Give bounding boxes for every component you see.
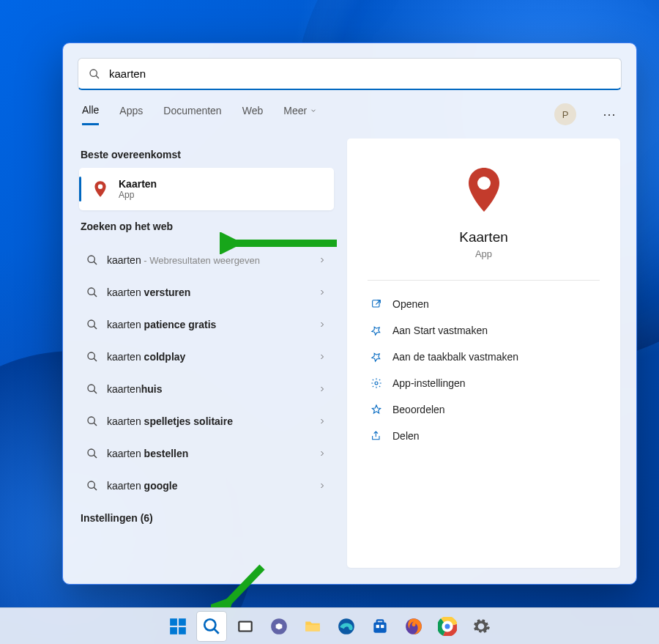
svg-line-10 [94, 358, 97, 361]
best-match-subtitle: App [119, 190, 157, 200]
gear-icon [472, 617, 491, 636]
svg-point-0 [90, 70, 97, 76]
svg-line-8 [94, 326, 97, 329]
chevron-right-icon [318, 449, 327, 458]
svg-line-4 [94, 262, 97, 264]
web-result[interactable]: kaarten spelletjes solitaire [79, 405, 334, 437]
action-gear[interactable]: App-instellingen [368, 370, 600, 396]
maps-app-icon-large [458, 163, 510, 216]
start-search-panel: Alle Apps Documenten Web Meer P ⋯ Beste … [62, 42, 637, 585]
taskview-icon [236, 617, 255, 636]
search-icon [86, 415, 98, 427]
action-label: Beoordelen [392, 404, 445, 415]
taskbar-firefox[interactable] [399, 612, 428, 641]
more-options-button[interactable]: ⋯ [603, 106, 617, 122]
taskbar-taskview[interactable] [231, 612, 260, 641]
web-result-text: kaarten google [107, 480, 318, 492]
web-result-text: kaarten coldplay [107, 351, 318, 363]
svg-rect-20 [373, 300, 379, 307]
web-result[interactable]: kaarten patience gratis [79, 308, 334, 341]
web-result-text: kaarten - Webresultaten weergeven [107, 254, 318, 266]
svg-rect-32 [239, 622, 250, 630]
web-result-text: kaarten versturen [107, 286, 318, 298]
chrome-icon [438, 617, 457, 636]
action-open[interactable]: Openen [368, 291, 600, 317]
preview-title: Kaarten [459, 229, 508, 245]
chevron-right-icon [318, 481, 327, 490]
chevron-right-icon [318, 256, 327, 264]
user-avatar[interactable]: P [554, 103, 576, 125]
chevron-right-icon [318, 320, 327, 329]
svg-line-14 [94, 423, 97, 426]
svg-rect-28 [179, 627, 186, 634]
section-best-match: Beste overeenkomst [81, 149, 332, 160]
search-icon [86, 254, 98, 266]
taskbar-start[interactable] [163, 612, 193, 641]
tab-apps[interactable]: Apps [119, 105, 143, 124]
tab-meer[interactable]: Meer [283, 105, 317, 124]
best-match-title: Kaarten [119, 178, 157, 190]
svg-rect-26 [179, 618, 186, 626]
firefox-icon [404, 617, 423, 636]
web-result[interactable]: kaarten bestellen [79, 437, 334, 470]
action-label: Aan de taakbalk vastmaken [392, 351, 518, 363]
taskbar-edge[interactable] [332, 612, 361, 641]
preview-subtitle: App [475, 248, 492, 259]
tab-alle[interactable]: Alle [82, 104, 99, 125]
star-icon [371, 404, 382, 415]
svg-point-3 [88, 256, 94, 262]
best-match-result[interactable]: Kaarten App [79, 168, 334, 210]
web-result[interactable]: kaarten google [79, 470, 334, 502]
web-result[interactable]: kaarten versturen [79, 276, 334, 308]
search-box[interactable] [78, 58, 622, 90]
action-star[interactable]: Beoordelen [368, 396, 600, 423]
action-pin[interactable]: Aan de taakbalk vastmaken [368, 344, 600, 370]
taskbar-store[interactable] [365, 612, 395, 641]
svg-point-15 [88, 449, 94, 456]
chevron-right-icon [318, 288, 327, 297]
taskbar-chrome[interactable] [433, 612, 462, 641]
web-result[interactable]: kaarten - Webresultaten weergeven [79, 244, 334, 276]
svg-rect-25 [170, 618, 177, 626]
svg-rect-34 [305, 624, 320, 631]
gear-icon [371, 377, 382, 389]
taskbar-chat[interactable] [264, 612, 294, 641]
action-label: Aan Start vastmaken [392, 325, 488, 336]
svg-rect-27 [170, 627, 177, 634]
tab-documenten[interactable]: Documenten [163, 105, 221, 124]
results-column: Beste overeenkomst Kaarten App Zoeken op… [79, 138, 334, 568]
svg-line-16 [94, 455, 97, 458]
web-result-text: kaarten bestellen [107, 448, 318, 459]
divider [368, 280, 600, 281]
tab-web[interactable]: Web [242, 105, 264, 124]
svg-point-7 [88, 320, 94, 327]
svg-point-22 [375, 382, 378, 385]
search-icon [86, 383, 98, 395]
web-result[interactable]: kaartenhuis [79, 373, 334, 405]
action-share[interactable]: Delen [368, 423, 600, 449]
store-icon [371, 617, 390, 636]
svg-rect-39 [381, 624, 384, 627]
taskbar-settings[interactable] [466, 612, 496, 641]
svg-point-13 [88, 417, 94, 423]
web-result-text: kaartenhuis [107, 383, 318, 395]
maps-app-icon [91, 179, 110, 199]
preview-panel: Kaarten App OpenenAan Start vastmakenAan… [347, 138, 620, 568]
search-icon [86, 286, 98, 298]
taskbar-search[interactable] [197, 612, 226, 641]
windows-icon [168, 617, 187, 636]
search-input[interactable] [109, 67, 611, 80]
chevron-right-icon [318, 417, 327, 426]
search-icon [86, 351, 98, 363]
web-result-text: kaarten spelletjes solitaire [107, 415, 318, 427]
taskbar-explorer[interactable] [298, 612, 327, 641]
action-pin[interactable]: Aan Start vastmaken [368, 317, 600, 344]
svg-rect-38 [376, 624, 379, 627]
search-icon [86, 319, 98, 330]
web-result[interactable]: kaarten coldplay [79, 341, 334, 373]
web-result-text: kaarten patience gratis [107, 319, 318, 330]
svg-line-12 [94, 391, 97, 393]
section-settings[interactable]: Instellingen (6) [81, 512, 332, 524]
svg-point-19 [477, 177, 491, 190]
svg-line-6 [94, 294, 97, 297]
